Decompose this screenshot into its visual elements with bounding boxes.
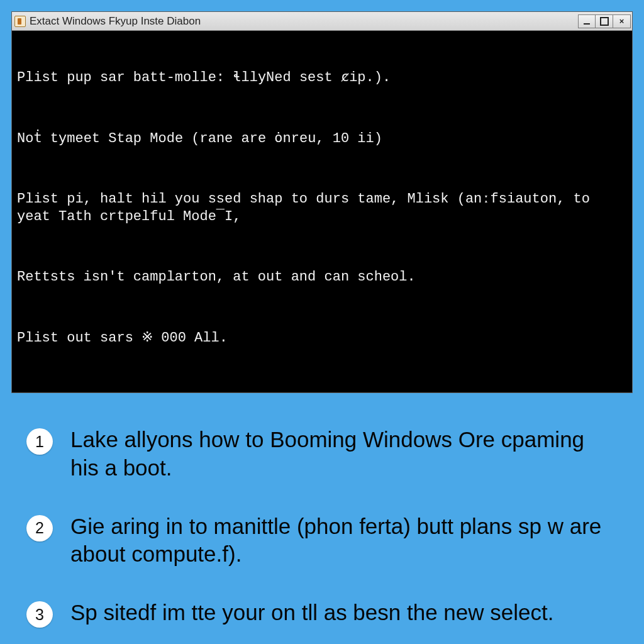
list-item: 3 Sp sitedf im tte your on tll as besn t…	[26, 599, 618, 628]
step-text: Gie aring in to manittle (phon ferta) bu…	[70, 513, 618, 569]
close-button[interactable]: ×	[613, 14, 631, 28]
step-number-badge: 3	[26, 601, 53, 628]
list-item: 2 Gie aring in to manittle (phon ferta) …	[26, 513, 618, 569]
window-title: Extact Windows Fkyup Inste Diabon	[30, 15, 574, 28]
terminal-line: Plist out sars ※ 000 All.	[17, 330, 626, 347]
terminal-line: Plist pup sar batt-molle: ɬllyNed sest ȼ…	[17, 69, 626, 87]
instruction-list: 1 Lake allyons how to Booming Windows Or…	[11, 426, 633, 644]
minimize-button[interactable]	[578, 14, 596, 28]
terminal-line: Rettsts isn't camplarton, at out and can…	[17, 269, 626, 286]
titlebar: Extact Windows Fkyup Inste Diabon ×	[12, 12, 632, 31]
terminal-line: Plist pi, halt hil you ssed shap to durs…	[17, 191, 626, 225]
step-number-badge: 1	[26, 428, 53, 455]
list-item: 1 Lake allyons how to Booming Windows Or…	[26, 426, 618, 482]
step-text: Sp sitedf im tte your on tll as besn the…	[70, 599, 553, 627]
maximize-button[interactable]	[596, 14, 613, 28]
window-controls: ×	[578, 14, 631, 28]
step-text: Lake allyons how to Booming Windows Ore …	[70, 426, 618, 482]
terminal-line: Noṫ tymeet Stap Mode (rane are ȯnreu, 10…	[17, 130, 626, 148]
terminal-window: Extact Windows Fkyup Inste Diabon × Plis…	[11, 11, 633, 393]
app-icon	[14, 16, 26, 27]
terminal-output: Plist pup sar batt-molle: ɬllyNed sest ȼ…	[12, 31, 632, 392]
step-number-badge: 2	[26, 515, 53, 541]
